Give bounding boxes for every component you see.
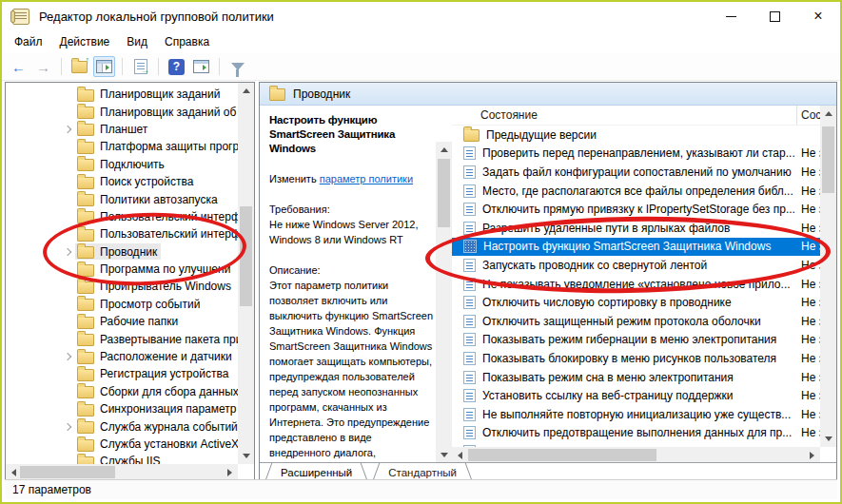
scroll-right-icon[interactable] — [804, 447, 820, 463]
scrollbar-thumb[interactable] — [20, 466, 115, 478]
tab-standard[interactable]: Стандартный — [381, 463, 464, 480]
list-item-policy[interactable]: Отключить прямую привязку к IPropertySet… — [452, 200, 820, 219]
list-column-headers: Состояние Состояние — [452, 106, 820, 126]
requirements-label: Требования: — [269, 202, 434, 217]
policy-icon — [463, 203, 476, 216]
scrollbar-thumb[interactable] — [822, 126, 834, 193]
tree-item[interactable]: Служба журнала событий — [6, 417, 238, 435]
list-item-policy[interactable]: Проверить перед перенаправлением, указыв… — [452, 145, 820, 164]
tree-item[interactable]: Расположение и датчики — [6, 348, 238, 365]
list-horizontal-scrollbar[interactable] — [452, 447, 820, 463]
edit-policy-link[interactable]: параметр политики — [320, 173, 413, 184]
chevron-right-icon[interactable] — [61, 424, 75, 430]
tree-vertical-scrollbar[interactable] — [238, 83, 254, 464]
list-item-policy[interactable]: Показывать режим гибернации в меню элект… — [452, 331, 820, 350]
list-item-policy[interactable]: Отключить числовую сортировку в проводни… — [452, 293, 820, 312]
close-button[interactable]: × — [796, 2, 840, 30]
back-arrow-icon: ← — [11, 60, 26, 74]
list-item-policy[interactable]: Установить ссылку на веб-страницу поддер… — [452, 386, 820, 405]
scroll-right-icon[interactable] — [222, 464, 238, 480]
column-header-state[interactable]: Состояние — [480, 106, 797, 125]
tree-item-label: Служба установки ActiveX — [100, 437, 238, 451]
back-button[interactable]: ← — [8, 56, 29, 77]
action-pane-toggle-button[interactable] — [190, 56, 212, 77]
list-item-policy[interactable]: Отключить предотвращение выполнения данн… — [452, 424, 820, 443]
tree-item[interactable]: Просмотр событий — [6, 296, 238, 313]
tree-item[interactable]: Пользовательский интерф — [6, 208, 238, 225]
chevron-right-icon[interactable] — [61, 126, 75, 132]
policy-name: Установить ссылку на веб-страницу поддер… — [482, 389, 794, 402]
folder-icon — [77, 439, 94, 452]
policy-title: Настроить функцию SmartScreen Защитника … — [269, 113, 434, 156]
chevron-right-icon[interactable] — [61, 354, 75, 359]
tree-item[interactable]: Программа по улучшени — [6, 261, 238, 278]
tree-item[interactable]: Поиск устройства — [6, 173, 238, 190]
folder-icon — [77, 107, 94, 119]
tree-item-label: Расположение и датчики — [100, 350, 232, 363]
list-item-folder[interactable]: Предыдущие версии — [452, 126, 820, 145]
tree-horizontal-scrollbar[interactable] — [6, 464, 238, 480]
console-tree-toggle-button[interactable] — [93, 56, 115, 77]
list-vertical-scrollbar[interactable] — [820, 106, 836, 447]
tree-item[interactable]: Проводник — [6, 243, 238, 261]
scroll-down-icon[interactable] — [436, 447, 452, 463]
maximize-button[interactable] — [753, 2, 796, 30]
export-list-button[interactable]: → — [129, 56, 151, 77]
tree-item[interactable]: Пользовательский интерф — [6, 225, 238, 242]
tree-item[interactable]: Сборки для сбора данных — [6, 383, 238, 400]
tree-item[interactable]: Рабочие папки — [6, 313, 238, 330]
tree-item[interactable]: Службы IIS — [6, 453, 238, 464]
chevron-right-icon[interactable] — [61, 249, 75, 255]
help-button[interactable]: ? — [166, 56, 187, 77]
menu-help[interactable]: Справка — [156, 32, 218, 51]
list-item-policy[interactable]: Показывать режим сна в меню электропитан… — [452, 368, 820, 387]
menu-action[interactable]: Действие — [51, 32, 119, 51]
policy-icon — [463, 426, 476, 439]
scrollbar-thumb[interactable] — [240, 206, 252, 306]
tree-item[interactable]: Платформа защиты прогр — [6, 138, 238, 155]
tree-item[interactable]: Планировщик заданий об — [6, 103, 238, 120]
list-item-policy[interactable]: Настроить функцию SmartScreen Защитника … — [452, 238, 820, 257]
scroll-up-icon[interactable] — [238, 83, 254, 99]
list-item-policy[interactable]: Запускать проводник со свернутой лентойН… — [452, 256, 820, 275]
list-item-policy[interactable]: Разрешить удаленные пути в ярлыках файло… — [452, 219, 820, 238]
list-item-policy[interactable]: Задать файл конфигурации сопоставлений п… — [452, 163, 820, 182]
list-item-policy[interactable]: Не выполняйте повторную инициализацию уж… — [452, 405, 820, 424]
scroll-down-icon[interactable] — [238, 448, 254, 464]
tree-item[interactable]: Планшет — [6, 121, 238, 138]
policy-icon — [463, 408, 476, 421]
tree-item[interactable]: Регистрация устройства — [6, 365, 238, 382]
tree-item[interactable]: Подключить — [6, 156, 238, 173]
folder-icon — [77, 404, 94, 417]
scrollbar-thumb[interactable] — [438, 159, 450, 227]
list-item-policy[interactable]: Не показывать уведомление «установлено н… — [452, 275, 820, 294]
title-bar[interactable]: Редактор локальной групповой политики × — [2, 2, 840, 30]
up-one-level-button[interactable]: ↑ — [69, 56, 90, 77]
folder-icon — [77, 142, 94, 154]
scroll-up-icon[interactable] — [820, 106, 836, 122]
list-item-policy[interactable]: Место, где располагаются все файлы опред… — [452, 182, 820, 201]
forward-button[interactable]: → — [32, 56, 54, 77]
menu-view[interactable]: Вид — [118, 32, 156, 51]
menu-file[interactable]: Файл — [6, 32, 51, 51]
tree-item[interactable]: Служба установки ActiveX — [6, 436, 238, 453]
tree-item-label: Синхронизация параметр — [100, 402, 236, 416]
tree-item-label: Службы IIS — [100, 455, 160, 464]
list-item-policy[interactable]: Показывать блокировку в меню рисунков по… — [452, 349, 820, 368]
tree-item[interactable]: Синхронизация параметр — [6, 400, 238, 417]
tree-item[interactable]: Проигрыватель Windows — [6, 278, 238, 295]
description-vertical-scrollbar[interactable] — [436, 142, 452, 463]
scroll-up-icon[interactable] — [436, 142, 452, 158]
filter-button[interactable] — [226, 56, 248, 77]
column-header-state-2[interactable]: Состояние — [797, 108, 820, 122]
tree-item[interactable]: Планировщик заданий — [6, 86, 238, 103]
scroll-left-icon[interactable] — [452, 447, 468, 463]
list-item-policy[interactable]: Отключить защищенный режим протокола обо… — [452, 312, 820, 331]
tree-item[interactable]: Политики автозапуска — [6, 190, 238, 207]
tab-extended[interactable]: Расширенный — [273, 463, 360, 480]
folder-icon — [77, 194, 94, 206]
scroll-down-icon[interactable] — [820, 431, 836, 447]
tree-item[interactable]: Развертывание пакета при — [6, 330, 238, 347]
minimize-button[interactable] — [709, 2, 753, 30]
scrollbar-thumb[interactable] — [468, 449, 656, 461]
